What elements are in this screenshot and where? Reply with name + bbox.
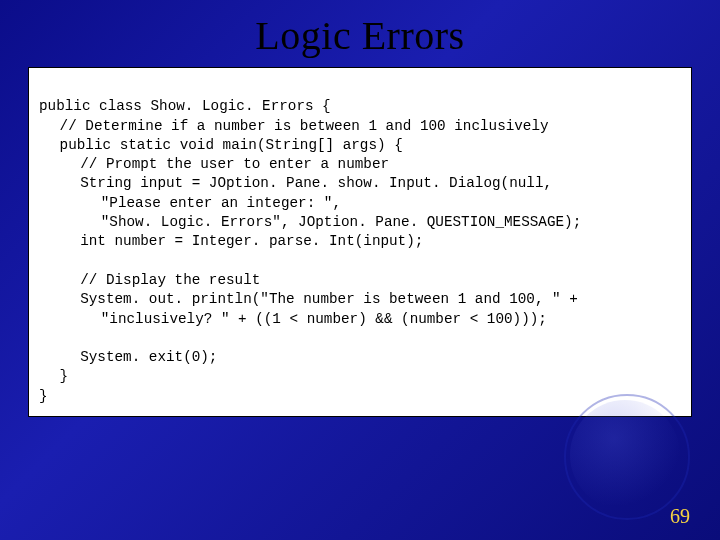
slide-title: Logic Errors	[28, 12, 692, 59]
code-line: // Determine if a number is between 1 an…	[39, 118, 549, 134]
code-line: System. out. println("The number is betw…	[39, 291, 578, 307]
code-line: int number = Integer. parse. Int(input);	[39, 233, 423, 249]
code-line: System. exit(0);	[39, 349, 217, 365]
code-line: public class Show. Logic. Errors {	[39, 98, 331, 114]
code-line: // Prompt the user to enter a number	[39, 156, 389, 172]
slide: Logic Errors public class Show. Logic. E…	[0, 0, 720, 540]
code-line: "Please enter an integer: ",	[39, 195, 341, 211]
slide-number: 69	[670, 505, 690, 528]
code-line: public static void main(String[] args) {	[39, 137, 403, 153]
code-line: }	[39, 388, 48, 404]
code-line: // Display the result	[39, 272, 260, 288]
code-line: String input = JOption. Pane. show. Inpu…	[39, 175, 552, 191]
code-line: "Show. Logic. Errors", JOption. Pane. QU…	[39, 214, 581, 230]
code-line: "inclusively? " + ((1 < number) && (numb…	[39, 311, 547, 327]
code-line: }	[39, 368, 68, 384]
code-panel: public class Show. Logic. Errors { // De…	[28, 67, 692, 417]
